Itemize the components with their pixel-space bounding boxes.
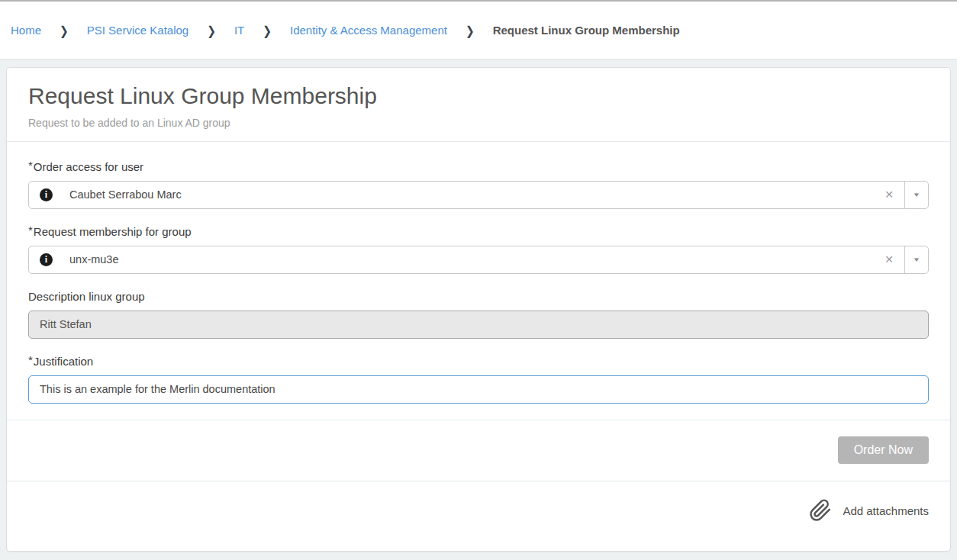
- group-combobox-value-area[interactable]: i unx-mu3e: [29, 246, 874, 273]
- required-marker: *: [28, 353, 33, 366]
- request-form-card: Request Linux Group Membership Request t…: [6, 67, 951, 552]
- page-title: Request Linux Group Membership: [28, 82, 929, 111]
- breadcrumb-current-page: Request Linux Group Membership: [493, 24, 680, 37]
- paperclip-icon: [809, 499, 832, 522]
- chevron-down-icon: ▼: [913, 191, 920, 198]
- order-now-button[interactable]: Order Now: [838, 436, 929, 464]
- add-attachments-label: Add attachments: [843, 504, 929, 517]
- field-group-user: *Order access for user i Caubet Serrabou…: [28, 160, 929, 209]
- breadcrumb-it[interactable]: IT: [234, 24, 244, 37]
- field-group-group: *Request membership for group i unx-mu3e…: [28, 225, 929, 274]
- chevron-right-icon: ❯: [466, 23, 475, 37]
- description-field-label: Description linux group: [28, 290, 929, 303]
- info-icon: i: [40, 253, 53, 266]
- user-field-label: *Order access for user: [28, 160, 929, 173]
- form-header: Request Linux Group Membership Request t…: [7, 68, 950, 142]
- breadcrumb-home[interactable]: Home: [11, 24, 41, 37]
- group-selected-value: unx-mu3e: [69, 253, 118, 266]
- page-subtitle: Request to be added to an Linux AD group: [28, 117, 929, 129]
- field-group-justification: *Justification: [28, 355, 929, 404]
- chevron-right-icon: ❯: [263, 23, 272, 37]
- user-dropdown-button[interactable]: ▼: [904, 182, 928, 208]
- chevron-right-icon: ❯: [207, 23, 216, 37]
- user-combobox[interactable]: i Caubet Serrabou Marc ✕ ▼: [28, 181, 929, 209]
- group-dropdown-button[interactable]: ▼: [904, 246, 928, 273]
- required-marker: *: [28, 159, 33, 172]
- justification-input[interactable]: [28, 375, 929, 404]
- field-group-description: Description linux group: [28, 290, 929, 339]
- group-combobox[interactable]: i unx-mu3e ✕ ▼: [28, 246, 929, 274]
- required-marker: *: [28, 224, 33, 237]
- actions-row: Order Now: [7, 420, 950, 481]
- group-field-label-text: Request membership for group: [34, 225, 192, 238]
- group-clear-icon[interactable]: ✕: [874, 246, 904, 273]
- justification-field-label: *Justification: [28, 355, 929, 368]
- user-field-label-text: Order access for user: [34, 160, 143, 173]
- user-clear-icon[interactable]: ✕: [874, 182, 904, 208]
- breadcrumb: Home ❯ PSI Service Katalog ❯ IT ❯ Identi…: [0, 0, 957, 60]
- description-input: [28, 311, 929, 339]
- attachments-row: Add attachments: [7, 481, 950, 552]
- info-icon: i: [40, 188, 53, 201]
- chevron-right-icon: ❯: [60, 23, 69, 37]
- add-attachments-button[interactable]: Add attachments: [809, 499, 929, 522]
- group-field-label: *Request membership for group: [28, 225, 929, 238]
- justification-field-label-text: Justification: [34, 355, 93, 368]
- user-combobox-value-area[interactable]: i Caubet Serrabou Marc: [29, 182, 874, 208]
- user-selected-value: Caubet Serrabou Marc: [69, 188, 182, 201]
- breadcrumb-psi-service-katalog[interactable]: PSI Service Katalog: [87, 24, 188, 37]
- chevron-down-icon: ▼: [913, 256, 920, 263]
- description-field-label-text: Description linux group: [28, 290, 145, 303]
- form-body: *Order access for user i Caubet Serrabou…: [7, 142, 950, 420]
- breadcrumb-identity-access-management[interactable]: Identity & Access Management: [290, 24, 447, 37]
